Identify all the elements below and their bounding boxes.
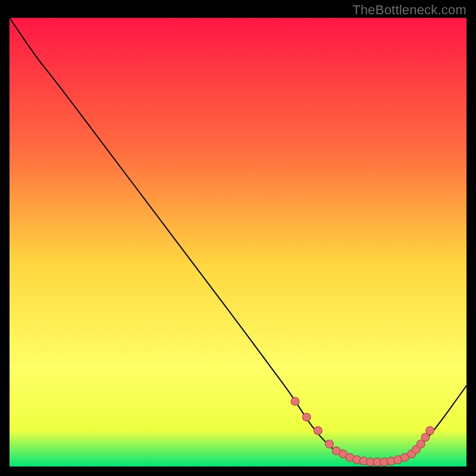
highlight-marker xyxy=(302,413,311,421)
chart-frame xyxy=(10,18,466,466)
highlight-marker xyxy=(314,427,322,435)
highlight-marker xyxy=(325,440,334,449)
highlight-marker xyxy=(426,427,434,435)
watermark-text: TheBottleneck.com xyxy=(352,2,466,18)
highlight-marker xyxy=(291,397,299,406)
gradient-background xyxy=(10,18,466,466)
bottleneck-chart xyxy=(10,18,466,466)
